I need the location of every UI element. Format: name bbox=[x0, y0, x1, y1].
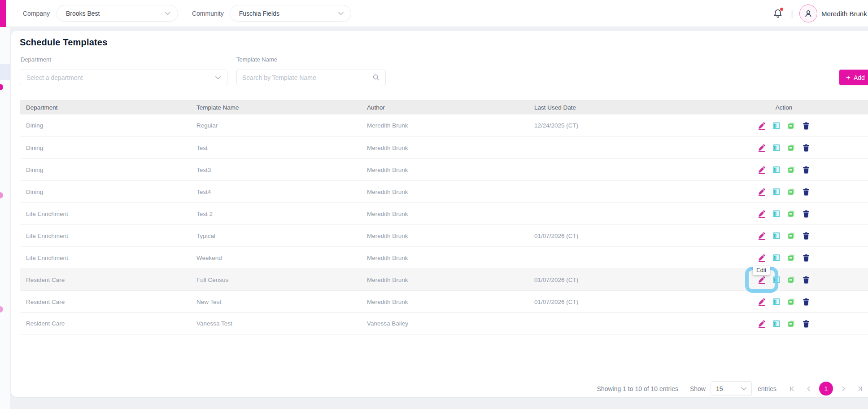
delete-button[interactable] bbox=[802, 253, 811, 262]
edit-button[interactable] bbox=[757, 165, 766, 174]
edit-button[interactable]: Edit bbox=[757, 275, 766, 284]
edit-button[interactable] bbox=[757, 231, 766, 240]
cell-department: Dining bbox=[20, 189, 190, 195]
cell-actions bbox=[740, 231, 868, 240]
trash-icon bbox=[802, 253, 811, 262]
edit-button[interactable] bbox=[757, 297, 766, 306]
copy-button[interactable] bbox=[787, 297, 796, 306]
company-label: Company bbox=[23, 10, 50, 17]
header-last-used-date: Last Used Date bbox=[528, 104, 740, 111]
copy-button[interactable] bbox=[787, 209, 796, 218]
columns-view-button[interactable] bbox=[772, 165, 781, 174]
edit-button[interactable] bbox=[757, 319, 766, 328]
cell-template-name: Full Census bbox=[190, 277, 361, 283]
table-row: Life Enrichment Typical Meredith Brunk 0… bbox=[20, 224, 868, 246]
department-select[interactable]: Select a department bbox=[20, 70, 227, 85]
columns-view-icon bbox=[772, 297, 781, 306]
cell-author: Meredith Brunk bbox=[361, 122, 528, 129]
add-button[interactable]: + Add bbox=[839, 70, 868, 85]
table-row: Dining Regular Meredith Brunk 12/24/2025… bbox=[20, 114, 868, 136]
company-select-value: Brooks Best bbox=[66, 10, 100, 17]
topbar-right-group: | Meredith Brunk bbox=[772, 0, 868, 27]
notifications-button[interactable] bbox=[772, 8, 784, 19]
table-row: Resident Care Full Census Meredith Brunk… bbox=[20, 268, 868, 290]
copy-button[interactable] bbox=[787, 275, 796, 284]
columns-view-icon bbox=[772, 319, 781, 328]
header-author: Author bbox=[361, 104, 528, 111]
columns-view-button[interactable] bbox=[772, 143, 781, 152]
columns-view-button[interactable] bbox=[772, 253, 781, 262]
cell-actions bbox=[740, 187, 868, 196]
columns-view-button[interactable] bbox=[772, 275, 781, 284]
edit-button[interactable] bbox=[757, 187, 766, 196]
delete-button[interactable] bbox=[802, 319, 811, 328]
top-bar: Company Brooks Best Community Fuschia Fi… bbox=[0, 0, 868, 27]
edit-icon bbox=[757, 121, 766, 130]
copy-icon bbox=[787, 231, 796, 240]
edit-button[interactable] bbox=[757, 209, 766, 218]
sidebar-active-item[interactable] bbox=[0, 64, 10, 80]
copy-button[interactable] bbox=[787, 319, 796, 328]
delete-button[interactable] bbox=[802, 209, 811, 218]
delete-button[interactable] bbox=[802, 231, 811, 240]
cell-template-name: Test 2 bbox=[190, 211, 361, 217]
columns-view-button[interactable] bbox=[772, 319, 781, 328]
columns-view-button[interactable] bbox=[772, 231, 781, 240]
columns-view-button[interactable] bbox=[772, 209, 781, 218]
columns-view-icon bbox=[772, 187, 781, 196]
cell-actions bbox=[740, 209, 868, 218]
copy-button[interactable] bbox=[787, 143, 796, 152]
columns-view-icon bbox=[772, 121, 781, 130]
user-name[interactable]: Meredith Brunk bbox=[821, 10, 868, 18]
copy-icon bbox=[787, 297, 796, 306]
user-avatar[interactable] bbox=[799, 4, 817, 22]
delete-button[interactable] bbox=[802, 121, 811, 130]
sidebar-badge-dot bbox=[0, 192, 3, 198]
edit-button[interactable] bbox=[757, 121, 766, 130]
last-page-button[interactable] bbox=[856, 385, 864, 392]
cell-department: Resident Care bbox=[20, 320, 190, 327]
header-department: Department bbox=[20, 104, 190, 111]
copy-icon bbox=[787, 187, 796, 196]
delete-button[interactable] bbox=[802, 165, 811, 174]
edit-icon bbox=[757, 319, 766, 328]
first-page-button[interactable] bbox=[789, 385, 796, 392]
page-size-select[interactable]: 15 bbox=[711, 381, 752, 396]
delete-button[interactable] bbox=[802, 275, 811, 284]
page-number-button[interactable]: 1 bbox=[819, 382, 833, 396]
template-name-search-input[interactable] bbox=[242, 74, 372, 81]
edit-button[interactable] bbox=[757, 253, 766, 262]
trash-icon bbox=[802, 209, 811, 218]
cell-last-used-date: 01/07/2026 (CT) bbox=[528, 277, 740, 283]
search-icon[interactable] bbox=[372, 74, 380, 81]
copy-button[interactable] bbox=[787, 231, 796, 240]
columns-view-button[interactable] bbox=[772, 187, 781, 196]
delete-button[interactable] bbox=[802, 143, 811, 152]
table-row: Life Enrichment Weekend Meredith Brunk bbox=[20, 246, 868, 268]
next-page-button[interactable] bbox=[840, 385, 847, 392]
collapsed-sidebar[interactable] bbox=[0, 27, 10, 409]
cell-author: Meredith Brunk bbox=[361, 233, 528, 239]
community-select[interactable]: Fuschia Fields bbox=[230, 5, 351, 22]
community-select-value: Fuschia Fields bbox=[239, 10, 279, 17]
cell-template-name: Weekend bbox=[190, 255, 361, 261]
copy-button[interactable] bbox=[787, 187, 796, 196]
cell-department: Resident Care bbox=[20, 277, 190, 283]
edit-button[interactable] bbox=[757, 143, 766, 152]
delete-button[interactable] bbox=[802, 297, 811, 306]
add-button-label: Add bbox=[854, 74, 865, 81]
delete-button[interactable] bbox=[802, 187, 811, 196]
copy-button[interactable] bbox=[787, 253, 796, 262]
edit-icon bbox=[757, 253, 766, 262]
brand-accent-block bbox=[0, 0, 6, 27]
company-select[interactable]: Brooks Best bbox=[57, 5, 178, 22]
copy-icon bbox=[787, 165, 796, 174]
columns-view-button[interactable] bbox=[772, 121, 781, 130]
copy-button[interactable] bbox=[787, 165, 796, 174]
cell-author: Meredith Brunk bbox=[361, 211, 528, 217]
columns-view-button[interactable] bbox=[772, 297, 781, 306]
copy-button[interactable] bbox=[787, 121, 796, 130]
trash-icon bbox=[802, 275, 811, 284]
page-title: Schedule Templates bbox=[20, 37, 108, 48]
previous-page-button[interactable] bbox=[805, 385, 812, 392]
